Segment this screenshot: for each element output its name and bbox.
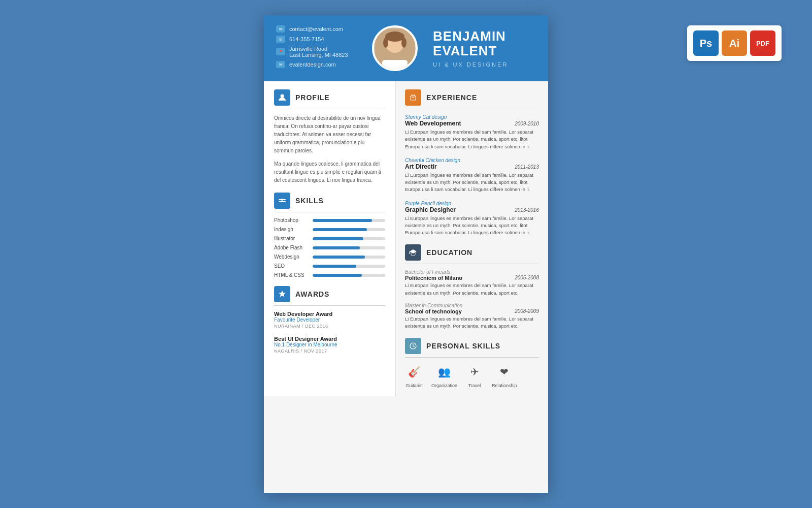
contact-website: ✉ evalentdesign.com bbox=[276, 61, 362, 68]
svg-rect-6 bbox=[382, 60, 408, 69]
phone-text: 614-355-7154 bbox=[289, 36, 324, 42]
experience-item: Stormy Cat design Web Developement 2009-… bbox=[405, 114, 539, 150]
exp-desc: Li Europan lingues es membres del sam fa… bbox=[405, 172, 539, 194]
exp-company: Stormy Cat design bbox=[405, 114, 539, 120]
awards-section: AWARDS Web Developer Award Favourite Dev… bbox=[274, 286, 385, 354]
exp-role: Graphic Desigher bbox=[405, 206, 456, 213]
skill-bar-bg bbox=[313, 256, 385, 259]
awards-title: AWARDS bbox=[295, 290, 329, 298]
education-item: Bachelor of Finearts Politecnicm of Mila… bbox=[405, 269, 539, 297]
personal-skill-item: 👥 Organization bbox=[431, 363, 457, 388]
profile-text-1: Omnicos directe al desirabilite de un no… bbox=[274, 114, 385, 155]
edu-school-row: School of technology 2008-2009 bbox=[405, 308, 539, 314]
svg-point-4 bbox=[383, 38, 388, 48]
svg-rect-9 bbox=[279, 201, 286, 202]
skill-bar-fill bbox=[313, 228, 367, 231]
profile-header: PROFILE bbox=[274, 89, 385, 109]
edu-years: 2005-2008 bbox=[515, 275, 539, 281]
experience-item: Cheerful Chicken design Art Directir 201… bbox=[405, 157, 539, 194]
edu-school: School of technology bbox=[405, 308, 462, 314]
skill-bar-fill bbox=[313, 237, 363, 240]
skill-bar-bg bbox=[313, 274, 385, 277]
awards-icon bbox=[274, 286, 290, 302]
address-icon: 📍 bbox=[276, 48, 285, 55]
email-text: contact@evalent.com bbox=[289, 26, 343, 32]
photoshop-button[interactable]: Ps bbox=[693, 30, 719, 56]
award-subtitle: No.1 Designer in Melbourne bbox=[274, 342, 385, 347]
personal-skill-icon: 👥 bbox=[435, 363, 454, 381]
education-section: EDUCATION Bachelor of Finearts Politecni… bbox=[405, 244, 539, 330]
skill-bar-bg bbox=[313, 228, 385, 231]
skill-item: Adobe Flash bbox=[274, 245, 385, 250]
skill-bar-fill bbox=[313, 265, 356, 268]
photo-area bbox=[372, 25, 418, 71]
profile-text-2: Ma quande lingues coalesce, li grammatic… bbox=[274, 160, 385, 184]
edu-desc: Li Europan lingues es membres del sam fa… bbox=[405, 315, 539, 330]
awards-list: Web Developer Award Favourite Developer … bbox=[274, 311, 385, 354]
experience-header: EXPERIENCE bbox=[405, 89, 539, 109]
edu-school: Politecnicm of Milano bbox=[405, 275, 462, 281]
personal-skills-title: PERSONAL SKILLS bbox=[426, 342, 500, 350]
profile-section: PROFILE Omnicos directe al desirabilite … bbox=[274, 89, 385, 184]
website-text: evalentdesign.com bbox=[289, 61, 336, 68]
education-icon bbox=[405, 244, 421, 261]
profile-title: PROFILE bbox=[295, 93, 330, 102]
svg-point-10 bbox=[281, 199, 283, 201]
edu-degree: Bachelor of Finearts bbox=[405, 269, 539, 275]
skill-bar-bg bbox=[313, 219, 385, 222]
award-item: Best UI Designer Award No.1 Designer in … bbox=[274, 336, 385, 354]
exp-years: 2009-2010 bbox=[515, 121, 539, 126]
personal-skill-label: Guitarist bbox=[405, 383, 423, 388]
resume-document: ✉ contact@evalent.com ☏ 614-355-7154 📍 J… bbox=[264, 15, 548, 493]
personal-skills-section: PERSONAL SKILLS 🎸 Guitarist 👥 Organizati… bbox=[405, 338, 539, 388]
skills-list: Photoshop Indesigh Illustrator Adobe Fla… bbox=[274, 217, 385, 278]
skills-section: SKILLS Photoshop Indesigh Illustrator Ad… bbox=[274, 193, 385, 278]
exp-role: Web Developement bbox=[405, 120, 461, 127]
exp-years: 2013-2016 bbox=[515, 207, 539, 213]
education-header: EDUCATION bbox=[405, 244, 539, 264]
ps-label: Ps bbox=[700, 38, 712, 49]
name-line1: BENJAMIN bbox=[433, 28, 506, 44]
skill-bar-fill bbox=[313, 246, 360, 249]
personal-skills-icon bbox=[405, 338, 421, 354]
contact-info: ✉ contact@evalent.com ☏ 614-355-7154 📍 J… bbox=[276, 25, 362, 71]
name-area: BENJAMIN EVALENT UI & UX DESIGNER bbox=[428, 29, 536, 67]
pdf-button[interactable]: PDF bbox=[750, 30, 775, 56]
skill-bar-bg bbox=[313, 237, 385, 240]
website-icon: ✉ bbox=[276, 61, 285, 68]
contact-address: 📍 Jarrisville RoadEast Lansing, MI 48823 bbox=[276, 46, 362, 58]
skill-bar-bg bbox=[313, 246, 385, 249]
personal-skill-icon: ❤ bbox=[495, 363, 514, 381]
right-column: EXPERIENCE Stormy Cat design Web Develop… bbox=[396, 81, 548, 396]
svg-point-3 bbox=[385, 31, 404, 42]
svg-point-7 bbox=[281, 94, 284, 98]
experience-title: EXPERIENCE bbox=[426, 93, 477, 102]
personal-skill-icon: ✈ bbox=[465, 363, 484, 381]
profile-icon bbox=[274, 89, 290, 106]
illustrator-button[interactable]: Ai bbox=[722, 30, 747, 56]
skill-item: Photoshop bbox=[274, 217, 385, 223]
exp-desc: Li Europan lingues es membres del sam fa… bbox=[405, 215, 539, 237]
skill-item: Illustrator bbox=[274, 236, 385, 241]
edu-school-row: Politecnicm of Milano 2005-2008 bbox=[405, 275, 539, 281]
profile-photo bbox=[372, 25, 418, 71]
skill-label: Webdesign bbox=[274, 254, 310, 260]
skills-header: SKILLS bbox=[274, 193, 385, 212]
skills-icon bbox=[274, 193, 290, 209]
exp-role: Art Directir bbox=[405, 163, 437, 170]
resume-body: PROFILE Omnicos directe al desirabilite … bbox=[264, 81, 548, 396]
skill-item: HTML & CSS bbox=[274, 272, 385, 278]
person-name: BENJAMIN EVALENT bbox=[433, 29, 536, 58]
edu-desc: Li Europan lingues es membres del sam fa… bbox=[405, 282, 539, 297]
edu-years: 2008-2009 bbox=[515, 308, 539, 314]
exp-role-row: Graphic Desigher 2013-2016 bbox=[405, 206, 539, 213]
resume-header: ✉ contact@evalent.com ☏ 614-355-7154 📍 J… bbox=[264, 15, 548, 81]
education-item: Master in Communication School of techno… bbox=[405, 303, 539, 330]
contact-phone: ☏ 614-355-7154 bbox=[276, 36, 362, 43]
skill-item: Webdesign bbox=[274, 254, 385, 260]
pdf-label: PDF bbox=[756, 40, 769, 47]
skill-label: Indesigh bbox=[274, 227, 310, 232]
education-list: Bachelor of Finearts Politecnicm of Mila… bbox=[405, 269, 539, 330]
personal-skill-item: ❤ Relationship bbox=[492, 363, 517, 388]
awards-header: AWARDS bbox=[274, 286, 385, 306]
